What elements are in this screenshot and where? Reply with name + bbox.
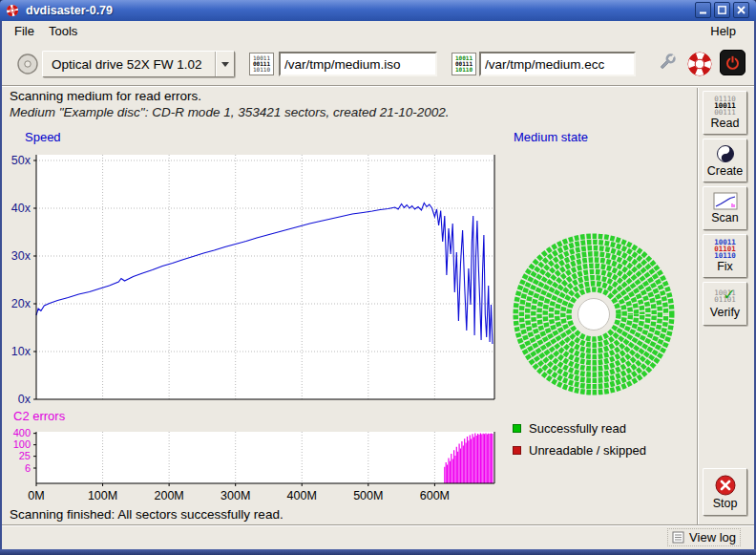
create-button[interactable]: Create [703, 139, 747, 182]
close-icon [736, 5, 746, 15]
legend-label-unreadable: Unreadable / skipped [529, 443, 646, 458]
verify-check-icon: 10011 01101 ✓ [714, 289, 736, 305]
menu-file[interactable]: File [8, 21, 41, 42]
svg-text:300M: 300M [220, 489, 250, 502]
stop-icon [715, 475, 736, 496]
log-icon [672, 531, 684, 544]
main-chart-svg: 0x10x20x30x40x50x6251004000M100M200M300M… [8, 143, 508, 506]
medium-state-label: Medium state [514, 130, 588, 144]
verify-button-label: Verify [710, 306, 740, 319]
svg-text:20x: 20x [11, 297, 32, 310]
svg-text:40x: 40x [11, 202, 32, 215]
legend-item-unreadable: Unreadable / skipped [513, 442, 646, 458]
maximize-button[interactable] [714, 2, 730, 18]
read-button[interactable]: 01110 10011 00111 Read [703, 91, 747, 135]
verify-button[interactable]: 10011 01101 ✓ Verify [703, 282, 747, 326]
svg-text:0x: 0x [18, 393, 32, 406]
svg-text:100M: 100M [88, 489, 117, 502]
chevron-down-icon [215, 52, 234, 76]
app-window: dvdisaster-0.79 File Tools Help Optical … [0, 0, 756, 555]
window-title: dvdisaster-0.79 [26, 4, 113, 17]
drive-selector-value: Optical drive 52X FW 1.02 [43, 57, 215, 72]
stop-button[interactable]: Stop [703, 468, 747, 516]
sidebar-separator [697, 88, 699, 524]
close-button[interactable] [733, 2, 749, 18]
fix-button-label: Fix [717, 260, 733, 273]
iso-path-input[interactable] [279, 52, 437, 76]
fix-binary-icon: 10011 01101 10110 [714, 239, 736, 259]
scan-button[interactable]: Scan [703, 186, 747, 230]
legend-swatch [513, 424, 521, 433]
stop-button-label: Stop [713, 497, 738, 510]
minimize-button[interactable] [695, 2, 711, 18]
view-log-button[interactable]: View log [667, 528, 741, 546]
read-binary-icon: 01110 10011 00111 [714, 96, 736, 116]
fix-button[interactable]: 10011 01101 10110 Fix [703, 234, 747, 278]
wrench-icon [655, 52, 678, 75]
medium-state-disc [510, 216, 678, 403]
quit-button[interactable] [720, 50, 746, 75]
speed-label: Speed [25, 130, 61, 144]
scan-chart-icon [713, 192, 738, 210]
status-line-2: Medium "Example disc": CD-R mode 1, 3534… [10, 105, 450, 119]
legend-label-read: Successfully read [529, 421, 626, 436]
status-line-1: Scanning medium for read errors. [10, 89, 201, 103]
footer-separator [2, 524, 754, 526]
minimize-icon [698, 5, 708, 15]
svg-text:100: 100 [13, 438, 31, 450]
yin-yang-icon [716, 144, 735, 163]
app-icon [5, 3, 20, 18]
menu-help[interactable]: Help [704, 21, 743, 42]
svg-text:600M: 600M [420, 489, 450, 502]
lifebuoy-logo-icon [687, 52, 712, 76]
svg-text:10x: 10x [11, 345, 32, 358]
menu-tools[interactable]: Tools [42, 21, 84, 42]
ecc-file-icon: 10011 00111 10110 [452, 53, 476, 75]
window-frame-bottom [0, 549, 756, 555]
legend-item-read: Successfully read [513, 420, 626, 436]
svg-text:200M: 200M [154, 489, 183, 502]
footer-status: Scanning finished: All sectors successfu… [10, 507, 284, 522]
toolbar-separator [2, 85, 754, 87]
maximize-icon [717, 5, 727, 15]
power-icon [722, 52, 744, 74]
window-frame-left [0, 21, 2, 555]
create-button-label: Create [707, 164, 744, 178]
help-about-button[interactable] [686, 51, 713, 77]
svg-text:400M: 400M [287, 489, 317, 502]
svg-text:50x: 50x [11, 154, 32, 167]
legend-swatch [513, 446, 521, 455]
svg-text:400: 400 [13, 427, 31, 438]
iso-file-icon: 10011 00111 10110 [249, 53, 274, 75]
menubar: File Tools Help [2, 21, 754, 42]
drive-selector[interactable]: Optical drive 52X FW 1.02 [42, 51, 235, 77]
view-log-label: View log [689, 530, 736, 544]
svg-text:500M: 500M [353, 489, 383, 502]
disc-drive-icon [15, 52, 40, 76]
preferences-button[interactable] [653, 50, 680, 76]
titlebar: dvdisaster-0.79 [0, 0, 756, 21]
ecc-path-input[interactable] [479, 52, 636, 76]
read-button-label: Read [711, 117, 740, 130]
svg-text:6: 6 [25, 462, 31, 474]
scan-button-label: Scan [711, 211, 739, 224]
svg-text:25: 25 [19, 450, 31, 461]
svg-text:0M: 0M [28, 489, 44, 502]
svg-text:30x: 30x [11, 249, 32, 263]
